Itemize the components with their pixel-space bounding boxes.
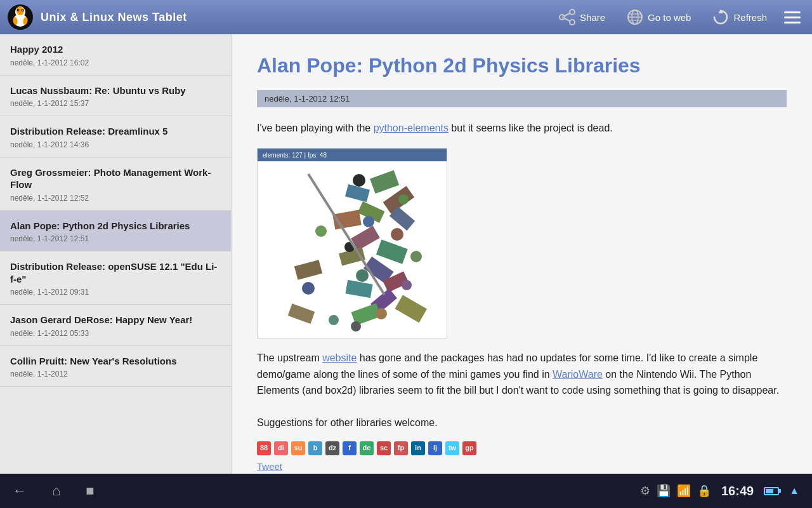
sidebar-item-0[interactable]: Happy 2012neděle, 1-1-2012 16:02 — [0, 34, 231, 76]
suggestions-text: Suggestions for other libraries welcome. — [257, 415, 787, 431]
svg-point-49 — [376, 308, 387, 319]
share-icon-1[interactable]: di — [274, 441, 288, 455]
share-icon-4[interactable]: dz — [325, 441, 339, 455]
battery-icon — [764, 487, 779, 495]
svg-point-43 — [363, 216, 374, 227]
sidebar-item-7[interactable]: Collin Pruitt: New Year's Resolutionsned… — [0, 346, 231, 387]
article-image: elements: 127 | fps: 48 — [257, 148, 447, 338]
clock: 16:49 — [721, 484, 754, 498]
bottom-status: ⚙ 💾 📶 🔒 16:49 ▲ — [640, 484, 799, 498]
share-icon-12[interactable]: gp — [462, 441, 476, 455]
share-icon-10[interactable]: lj — [428, 441, 442, 455]
svg-line-14 — [565, 13, 570, 16]
topbar-actions: Share Go to web Refresh — [549, 4, 806, 30]
intro-text: I've been playing with the — [257, 123, 374, 133]
svg-text:elements: 127 | fps: 48: elements: 127 | fps: 48 — [263, 152, 327, 159]
tweet-link[interactable]: Tweet — [257, 459, 787, 474]
recents-button[interactable]: ■ — [86, 483, 94, 499]
sd-card-icon: 💾 — [657, 484, 671, 498]
goto-web-label: Go to web — [648, 12, 691, 23]
article-panel: Alan Pope: Python 2d Physics Libraries n… — [232, 34, 812, 474]
sidebar-item-3[interactable]: Greg Grossmeier: Photo Management Work-F… — [0, 157, 231, 211]
python-elements-link[interactable]: python-elements — [374, 123, 449, 133]
svg-point-6 — [18, 10, 19, 11]
share-icon-8[interactable]: fp — [394, 441, 408, 455]
share-icon-0[interactable]: 88 — [257, 441, 271, 455]
svg-point-41 — [353, 174, 365, 187]
home-button[interactable]: ⌂ — [52, 483, 60, 499]
share-icon — [558, 8, 576, 26]
sidebar-item-1[interactable]: Lucas Nussbaum: Re: Ubuntu vs Rubyneděle… — [0, 76, 231, 117]
svg-point-7 — [22, 10, 23, 11]
goto-web-button[interactable]: Go to web — [617, 4, 700, 30]
refresh-button[interactable]: Refresh — [703, 4, 776, 30]
svg-point-44 — [391, 228, 403, 241]
svg-point-52 — [315, 225, 327, 237]
share-icon-11[interactable]: tw — [445, 441, 459, 455]
back-button[interactable]: ← — [13, 483, 27, 499]
bottom-bar: ← ⌂ ■ ⚙ 💾 📶 🔒 16:49 ▲ — [0, 474, 812, 508]
chart-icon: 📶 — [677, 484, 691, 498]
website-link[interactable]: website — [322, 352, 357, 363]
share-icon-6[interactable]: de — [360, 441, 374, 455]
svg-line-15 — [565, 18, 570, 21]
svg-point-13 — [570, 20, 575, 25]
sidebar-item-5[interactable]: Distribution Release: openSUSE 12.1 "Edu… — [0, 251, 231, 305]
menu-button[interactable] — [779, 6, 806, 29]
status-icons: ⚙ 💾 📶 🔒 — [640, 484, 711, 498]
wifi-icon: ▲ — [789, 485, 799, 497]
svg-point-54 — [302, 282, 315, 295]
share-icons-row: 88disubdzfdescfpinljtwgp — [257, 441, 787, 455]
sidebar: Happy 2012neděle, 1-1-2012 16:02Lucas Nu… — [0, 34, 232, 474]
svg-point-48 — [402, 280, 412, 290]
svg-point-12 — [570, 10, 575, 15]
body-text-1: The upstream — [257, 352, 322, 363]
share-icon-3[interactable]: b — [308, 441, 322, 455]
share-icon-2[interactable]: su — [291, 441, 305, 455]
svg-point-8 — [18, 12, 22, 15]
svg-point-42 — [398, 194, 409, 204]
share-label: Share — [580, 12, 605, 23]
lock-icon: 🔒 — [697, 484, 711, 498]
top-bar: Unix & Linux News Tablet Share — [0, 0, 812, 34]
android-icon: ⚙ — [640, 484, 650, 498]
tux-logo-icon — [6, 3, 34, 31]
svg-point-56 — [329, 315, 339, 325]
share-icon-7[interactable]: sc — [377, 441, 391, 455]
sidebar-item-4[interactable]: Alan Pope: Python 2d Physics Librariesne… — [0, 211, 231, 252]
sidebar-item-2[interactable]: Distribution Release: Dreamlinux 5neděle… — [0, 116, 231, 157]
globe-icon — [626, 8, 644, 26]
refresh-label: Refresh — [733, 12, 767, 23]
svg-point-50 — [351, 321, 361, 331]
svg-point-47 — [356, 269, 369, 282]
bottom-nav: ← ⌂ ■ — [13, 483, 95, 499]
svg-point-46 — [410, 251, 422, 262]
refresh-icon — [712, 8, 730, 26]
logo-area: Unix & Linux News Tablet — [6, 3, 549, 31]
share-icon-5[interactable]: f — [343, 441, 357, 455]
physics-simulation-svg: elements: 127 | fps: 48 — [258, 149, 447, 338]
share-icon-9[interactable]: in — [411, 441, 425, 455]
intro-end: but it seems like the project is dead. — [449, 123, 613, 133]
sidebar-item-6[interactable]: Jason Gerard DeRose: Happy New Year!nedě… — [0, 305, 231, 346]
share-button[interactable]: Share — [549, 4, 614, 30]
article-date-bar: neděle, 1-1-2012 12:51 — [257, 90, 787, 107]
app-title: Unix & Linux News Tablet — [41, 11, 187, 24]
article-body: I've been playing with the python-elemen… — [257, 120, 787, 474]
warioware-link[interactable]: WarioWare — [553, 369, 603, 380]
article-title: Alan Pope: Python 2d Physics Libraries — [257, 53, 787, 77]
main-content: Happy 2012neděle, 1-1-2012 16:02Lucas Nu… — [0, 34, 812, 474]
